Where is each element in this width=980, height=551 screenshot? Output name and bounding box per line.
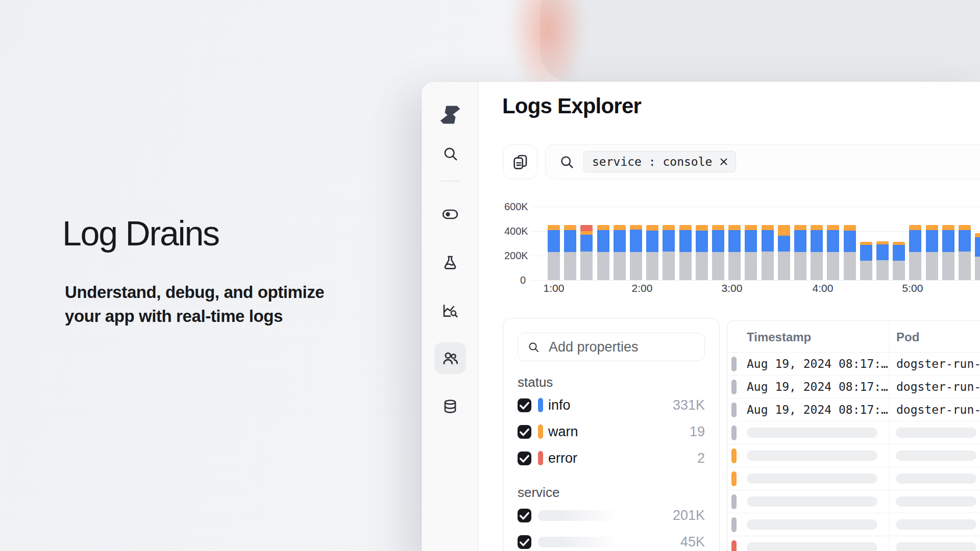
bar-segment [679, 225, 692, 230]
y-axis-tick: 400K [504, 226, 526, 237]
remove-filter-icon[interactable] [718, 156, 729, 167]
chart-bar [564, 225, 576, 280]
hero-title: Log Drains [62, 213, 219, 253]
property-label: info [548, 397, 571, 413]
sidebar-divider [440, 181, 460, 182]
check-icon [518, 535, 531, 549]
checkbox-checked[interactable] [518, 398, 531, 412]
checkbox-checked[interactable] [518, 452, 531, 465]
checkbox-checked[interactable] [518, 509, 531, 522]
table-row[interactable] [727, 467, 980, 490]
row-status-pill [731, 425, 737, 440]
bar-segment [959, 225, 971, 230]
pages-icon [512, 154, 528, 170]
bar-segment [959, 252, 971, 280]
bar-segment [630, 252, 642, 280]
bar-segment [893, 261, 905, 280]
checkbox-checked[interactable] [518, 535, 531, 549]
property-count: 45K [680, 534, 705, 550]
log-table: Timestamp Pod Aug 19, 2024 08:17:…dogste… [727, 320, 980, 551]
table-row[interactable]: Aug 19, 2024 08:17:…dogster-run-3… [727, 353, 980, 375]
add-properties-placeholder: Add properties [549, 339, 639, 355]
check-icon [518, 452, 531, 465]
property-count: 201K [673, 508, 705, 523]
bar-segment [794, 225, 806, 230]
bar-segment [942, 225, 954, 230]
sidebar-item-search[interactable] [439, 142, 461, 165]
sidebar-item-users[interactable] [439, 347, 461, 369]
bar-segment [762, 230, 774, 252]
property-row: error2 [518, 445, 705, 471]
log-volume-chart[interactable]: 600K400K200K01:002:003:004:005:00 [504, 202, 980, 296]
chart-bar [794, 225, 806, 280]
hero-subtitle-line1: Understand, debug, and optimize [65, 280, 324, 304]
pod-skeleton [896, 519, 976, 530]
property-label: warn [548, 424, 578, 440]
table-row[interactable] [727, 444, 980, 467]
table-row[interactable]: Aug 19, 2024 08:17:…dogster-run-3… [727, 375, 980, 398]
check-icon [518, 398, 531, 412]
bar-segment [811, 252, 823, 280]
search-icon [442, 145, 458, 162]
bar-segment [794, 230, 806, 252]
bar-segment [844, 225, 856, 230]
add-properties-input[interactable]: Add properties [518, 333, 705, 361]
bar-segment [564, 252, 576, 280]
x-axis-tick: 5:00 [895, 282, 930, 294]
chart-bar [762, 225, 774, 280]
checkbox-checked[interactable] [518, 425, 531, 439]
sidebar-item-experiments[interactable] [439, 252, 461, 274]
page: Log Drains Understand, debug, and optimi… [0, 0, 980, 551]
pod-cell: dogster-run-3… [896, 357, 980, 370]
table-row[interactable] [727, 513, 980, 536]
filter-chip[interactable]: service : console [583, 151, 736, 172]
x-axis-tick: 2:00 [624, 282, 660, 294]
bar-segment [827, 230, 839, 252]
column-header-pod: Pod [896, 330, 919, 344]
bar-segment [597, 230, 609, 252]
bar-segment [811, 225, 823, 230]
chart-bar [959, 225, 971, 280]
hero-subtitle: Understand, debug, and optimize your app… [65, 280, 324, 328]
bar-segment [909, 225, 921, 230]
bar-segment [942, 252, 954, 280]
table-row[interactable]: Aug 19, 2024 08:17:…dogster-run-3… [727, 398, 980, 421]
bar-segment [844, 252, 856, 280]
chart-bar [811, 225, 823, 280]
timestamp-skeleton [747, 450, 877, 461]
page-title: Logs Explorer [502, 94, 641, 118]
bar-segment [728, 230, 741, 252]
pod-cell: dogster-run-3… [896, 403, 980, 416]
users-icon [442, 349, 459, 367]
log-search-bar[interactable]: service : console [545, 144, 980, 179]
chart-bar [893, 242, 905, 280]
sidebar-item-toggles[interactable] [439, 203, 461, 226]
bar-segment [696, 252, 708, 280]
property-label: error [548, 450, 577, 466]
bar-segment [860, 261, 872, 280]
pod-skeleton [896, 496, 976, 507]
table-row[interactable] [727, 490, 980, 513]
filter-chip-label: service : console [592, 155, 712, 168]
skeleton-label [538, 537, 619, 547]
sidebar-item-analytics[interactable] [439, 299, 461, 322]
pod-skeleton [896, 450, 976, 461]
bar-segment [646, 231, 658, 252]
app-logo-icon[interactable] [439, 103, 461, 127]
table-row[interactable] [727, 536, 980, 551]
bar-segment [794, 252, 806, 280]
status-color-pill [538, 451, 543, 465]
check-icon [518, 509, 531, 522]
sidebar-item-database[interactable] [439, 395, 461, 418]
bar-segment [580, 235, 593, 251]
table-row[interactable] [727, 421, 980, 444]
hero-subtitle-line2: your app with real-time logs [65, 304, 324, 328]
sidebar [422, 82, 479, 551]
chart-bar [778, 225, 790, 280]
bar-segment [762, 225, 774, 231]
bar-segment [712, 225, 724, 230]
timestamp-cell: Aug 19, 2024 08:17:… [747, 380, 888, 393]
property-row: 201K [518, 502, 705, 529]
row-status-pill [731, 471, 737, 486]
logs-view-button[interactable] [503, 144, 537, 179]
